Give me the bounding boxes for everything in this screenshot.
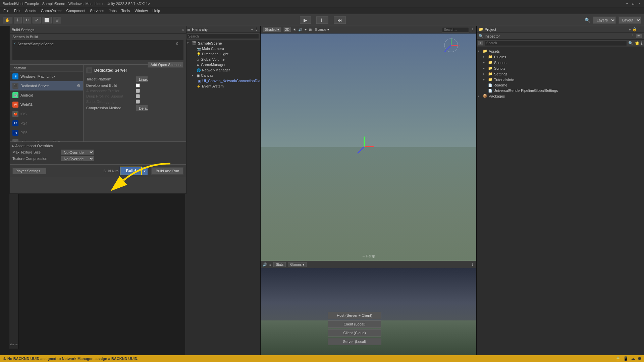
hierarchy-search-input[interactable]	[186, 34, 259, 39]
game-more-icon[interactable]: ⋮	[471, 262, 474, 267]
scenes-item[interactable]: ▸ 📁 Scenes	[477, 60, 644, 65]
platform-ps5[interactable]: P5 PS5	[10, 128, 83, 137]
packages-root-item[interactable]: ▸ 📦 Packages	[477, 93, 644, 99]
menu-jobs[interactable]: Jobs	[107, 8, 119, 13]
hand-tool[interactable]: ✋	[3, 17, 12, 23]
server-local-button[interactable]: Server (Local)	[328, 338, 381, 345]
platform-ios[interactable]: 🍎 iOS	[10, 109, 83, 119]
layout-dropdown[interactable]: Layout	[619, 16, 641, 24]
platform-ps4[interactable]: P4 PS4	[10, 119, 83, 128]
scripts-item[interactable]: ▸ 📁 Scripts	[477, 65, 644, 71]
menu-tools[interactable]: Tools	[119, 8, 132, 13]
plugins-item[interactable]: ▸ 📁 Plugins	[477, 54, 644, 60]
hierarchy-scene-root[interactable]: ▾ 🎬 SampleScene	[185, 40, 260, 46]
add-open-scenes-button[interactable]: Add Open Scenes	[148, 62, 183, 68]
scene-2d-btn[interactable]: 2D	[283, 27, 291, 32]
scene-gizmo[interactable]: X Y Z	[443, 37, 460, 54]
scene-gizmos-icon[interactable]: Gizmos ▾	[315, 28, 329, 32]
menu-component[interactable]: Component	[64, 8, 87, 13]
rotate-tool[interactable]: ↻	[23, 17, 31, 23]
close-button[interactable]: ×	[637, 2, 641, 6]
assets-root-item[interactable]: ▾ 📁 Assets	[477, 48, 644, 54]
status-icon-3[interactable]: ☁	[631, 356, 635, 361]
scene-more-icon[interactable]: ⋮	[471, 28, 474, 32]
max-texture-select[interactable]: No Override	[61, 149, 94, 155]
urp-settings-item[interactable]: 📄 UniversalRenderPipelineGlobalSettings	[477, 88, 644, 93]
menu-gameobject[interactable]: GameObject	[39, 8, 64, 13]
target-platform-select[interactable]: Linux	[136, 76, 148, 82]
hierarchy-event-system[interactable]: ⚡ EventSystem	[185, 83, 260, 89]
compression-method-select[interactable]: Default	[136, 105, 148, 111]
pause-button[interactable]: ⏸	[316, 16, 328, 24]
development-build-checkbox[interactable]	[136, 83, 140, 87]
build-button[interactable]: Build	[120, 167, 142, 175]
step-button[interactable]: ⏭	[334, 16, 346, 24]
texture-compression-select[interactable]: No Override	[61, 156, 94, 161]
project-info-icon[interactable]: ℹ	[641, 41, 643, 46]
transform-tool[interactable]: ⊞	[53, 17, 61, 23]
scale-tool[interactable]: ⤢	[33, 17, 41, 23]
client-cloud-button[interactable]: Client (Cloud)	[328, 329, 381, 337]
menu-edit[interactable]: Edit	[12, 8, 22, 13]
client-local-button[interactable]: Client (Local)	[328, 320, 381, 328]
platform-android[interactable]: 🤖 Android	[10, 90, 83, 100]
scene-grid-icon[interactable]: ⊞	[309, 28, 312, 32]
hierarchy-add-icon[interactable]: +	[251, 27, 253, 32]
menu-file[interactable]: File	[1, 8, 11, 13]
minimize-button[interactable]: −	[625, 2, 629, 6]
platform-uwp[interactable]: ⊞ Universal Windows Platform	[10, 137, 83, 141]
scene-audio-icon[interactable]: 🔊	[298, 28, 302, 32]
host-server-client-button[interactable]: Host (Server + Client)	[328, 312, 381, 319]
game-audio-icon[interactable]: 🔊	[263, 262, 267, 267]
scene-search-input[interactable]	[442, 27, 469, 33]
status-icon-1[interactable]: 🔒	[615, 356, 621, 361]
status-icon-2[interactable]: 📱	[623, 356, 628, 361]
status-icon-4[interactable]: ⚙	[638, 356, 641, 361]
scene-light-icon[interactable]: ☀	[293, 28, 296, 32]
platform-windows[interactable]: 🖥 Windows, Mac, Linux	[10, 72, 83, 81]
project-more-icon[interactable]: ⋮	[638, 27, 642, 32]
close-build-settings[interactable]: ×	[182, 27, 184, 32]
platform-webgl[interactable]: W WebGL	[10, 100, 83, 109]
menu-assets[interactable]: Assets	[23, 8, 38, 13]
hierarchy-canvas[interactable]: ▾ ▣ Canvas	[185, 73, 260, 78]
platform-dedicated-server[interactable]: ⬛ Dedicated Server ⚙	[10, 81, 83, 90]
search-icon[interactable]: 🔍	[585, 17, 590, 23]
layers-dropdown[interactable]: Layers	[593, 16, 616, 24]
scene-shaded-btn[interactable]: Shaded ▾	[263, 27, 281, 32]
hierarchy-game-manager[interactable]: ⚙ GameManager	[185, 62, 260, 67]
move-tool[interactable]: ✛	[14, 17, 22, 23]
play-button[interactable]: ▶	[300, 16, 311, 24]
menu-window[interactable]: Window	[132, 8, 150, 13]
scene-fx-icon[interactable]: ✦	[304, 28, 307, 32]
build-and-run-button[interactable]: Build And Run	[151, 167, 183, 175]
project-search-icon[interactable]: 🔍	[628, 41, 633, 46]
project-star-icon[interactable]: ⭐	[635, 41, 640, 46]
hierarchy-directional-light[interactable]: 💡 Directional Light	[185, 51, 260, 57]
player-settings-button[interactable]: Player Settings...	[12, 168, 46, 174]
settings-item[interactable]: ▸ 📁 Settings	[477, 71, 644, 77]
menu-help[interactable]: Help	[151, 8, 162, 13]
project-add-btn[interactable]: +	[478, 41, 483, 46]
hierarchy-global-volume[interactable]: ◇ Global Volume	[185, 57, 260, 62]
hierarchy-main-camera[interactable]: 📷 Main Camera	[185, 46, 260, 51]
inspector-more-icon[interactable]: ⋮	[631, 34, 635, 38]
scene-check-0[interactable]: ✓	[13, 42, 16, 46]
rect-tool[interactable]: ⬜	[42, 17, 52, 23]
hierarchy-ui-canvas-dialog[interactable]: ▣ UI_Canvas_NetworkConnectionDialog ⋯	[185, 78, 260, 83]
game-list-icon[interactable]: ≡	[269, 263, 271, 267]
stats-tab[interactable]: Stats	[273, 262, 286, 267]
build-dropdown-button[interactable]: ▾	[142, 167, 148, 175]
readme-item[interactable]: 📄 Readme	[477, 82, 644, 88]
project-add-icon[interactable]: +	[629, 27, 631, 32]
build-buttons-area: Player Settings... Build Auto Build ▾ Bu…	[10, 164, 186, 177]
tutorials-item[interactable]: ▸ 📁 TutorialsInfo	[477, 77, 644, 82]
hierarchy-more-icon[interactable]: ⋮	[255, 27, 258, 32]
window-controls[interactable]: − □ ×	[625, 2, 641, 6]
project-lock-icon[interactable]: 🔒	[632, 27, 637, 32]
hierarchy-network-manager[interactable]: 🌐 NetworkManager	[185, 67, 260, 73]
menu-services[interactable]: Services	[88, 8, 106, 13]
gizmos-tab[interactable]: Gizmos ▾	[288, 262, 307, 267]
project-search-input[interactable]	[485, 41, 627, 46]
maximize-button[interactable]: □	[631, 2, 635, 6]
